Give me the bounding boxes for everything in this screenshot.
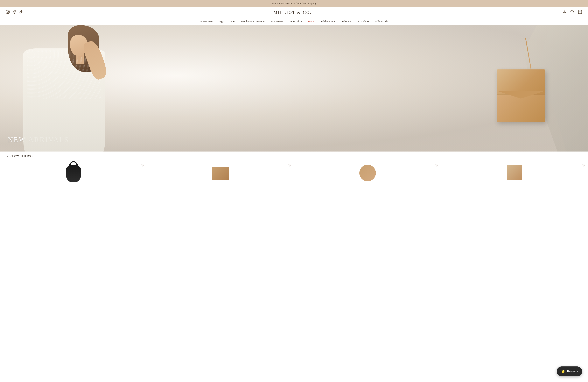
- products-preview: ♡ ♡ ♡ ♡: [0, 161, 588, 186]
- product-image-3: [359, 165, 376, 181]
- search-icon[interactable]: [570, 10, 574, 15]
- show-filters-label: SHOW FILTERS: [10, 155, 31, 158]
- site-logo[interactable]: MILLIOT & CO.: [23, 10, 562, 15]
- nav-milliot-girls[interactable]: Milliot Girls: [375, 20, 388, 23]
- product-image-2: [212, 167, 229, 180]
- hero-figure: [0, 25, 588, 151]
- account-icon[interactable]: [562, 10, 567, 15]
- svg-point-1: [7, 11, 9, 13]
- nav-collections[interactable]: Collections: [341, 20, 353, 23]
- filter-icon: [6, 154, 9, 158]
- product-image-4: [507, 165, 522, 180]
- announcement-text: You are RM150 away from free shipping.: [272, 2, 316, 5]
- facebook-icon[interactable]: [12, 10, 16, 15]
- hero-section: NEW ARRIVALS: [0, 25, 588, 151]
- product-card: ♡: [441, 161, 588, 186]
- header: MILLIOT & CO.: [0, 7, 588, 18]
- wishlist-heart-3[interactable]: ♡: [435, 164, 438, 168]
- wishlist-heart-2[interactable]: ♡: [288, 164, 291, 168]
- svg-point-2: [9, 11, 9, 11]
- svg-rect-0: [6, 10, 10, 14]
- header-actions: [562, 10, 582, 15]
- nav-shoes[interactable]: Shoes: [229, 20, 235, 23]
- cart-icon[interactable]: [578, 10, 582, 15]
- bag-fold: [497, 91, 545, 99]
- svg-point-3: [564, 10, 565, 12]
- instagram-icon[interactable]: [6, 10, 10, 15]
- main-nav: What's New Bags Shoes Watches & Accessor…: [0, 18, 588, 25]
- announcement-bar: You are RM150 away from free shipping.: [0, 0, 588, 7]
- product-card: ♡: [147, 161, 294, 186]
- nav-sale[interactable]: SALE: [308, 20, 314, 23]
- hero-background: NEW ARRIVALS: [0, 25, 588, 151]
- nav-collaborations[interactable]: Collaborations: [319, 20, 335, 23]
- nav-bags[interactable]: Bags: [218, 20, 224, 23]
- svg-line-5: [573, 13, 574, 13]
- product-card: ♡: [294, 161, 441, 186]
- tiktok-icon[interactable]: [19, 10, 23, 15]
- wishlist-heart-1[interactable]: ♡: [141, 164, 144, 168]
- filters-bar: SHOW FILTERS ▾: [0, 151, 588, 161]
- chevron-down-icon: ▾: [32, 155, 34, 158]
- nav-activewear[interactable]: Activewear: [271, 20, 283, 23]
- nav-watches-accessories[interactable]: Watches & Accessories: [241, 20, 266, 23]
- show-filters-button[interactable]: SHOW FILTERS ▾: [6, 154, 34, 158]
- nav-wishlist[interactable]: ♥ Wishlist: [358, 20, 369, 23]
- product-card: ♡: [0, 161, 147, 186]
- svg-point-4: [571, 10, 574, 13]
- social-icons: [6, 10, 23, 15]
- nav-home-decor[interactable]: Home Décor: [289, 20, 302, 23]
- nav-whats-new[interactable]: What's New: [200, 20, 213, 23]
- product-image-1: [66, 165, 81, 182]
- wishlist-heart-4[interactable]: ♡: [582, 164, 585, 168]
